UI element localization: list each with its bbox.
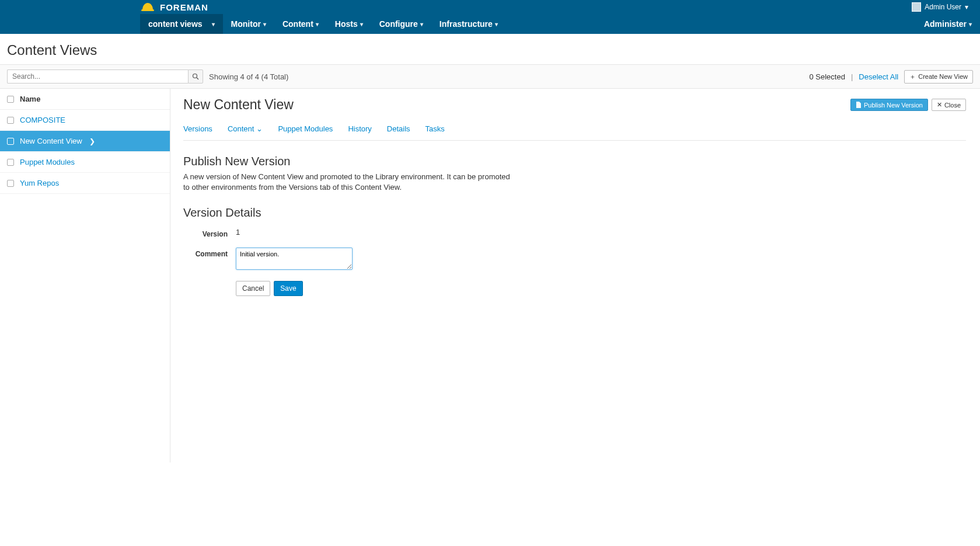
search-wrap — [7, 69, 203, 84]
sidebar-item-yum-repos[interactable]: Yum Repos — [0, 173, 170, 194]
close-button[interactable]: ✕ Close — [932, 99, 966, 111]
nav-label: Hosts — [335, 19, 358, 29]
nav-configure[interactable]: Configure▾ — [371, 14, 431, 34]
caret-down-icon: ▾ — [263, 21, 266, 27]
divider: | — [851, 72, 853, 81]
caret-down-icon: ▾ — [969, 21, 972, 27]
svg-line-2 — [197, 78, 198, 79]
cancel-button[interactable]: Cancel — [236, 281, 270, 296]
caret-down-icon: ▾ — [360, 21, 363, 27]
save-button[interactable]: Save — [274, 281, 302, 296]
publish-heading: Publish New Version — [183, 155, 966, 168]
sidebar-header: Name — [0, 89, 170, 110]
caret-down-icon: ▾ — [495, 21, 498, 27]
caret-down-icon: ▾ — [316, 21, 319, 27]
avatar-icon — [912, 2, 921, 12]
nav-label: Content — [283, 19, 313, 29]
tab-details[interactable]: Details — [387, 123, 410, 134]
tab-history[interactable]: History — [348, 123, 371, 134]
nav-content-views[interactable]: content views ▾ — [140, 14, 223, 34]
nav-label: Administer — [924, 19, 967, 29]
button-label: Publish New Version — [864, 102, 923, 109]
comment-label: Comment — [183, 248, 236, 258]
version-label: Version — [183, 228, 236, 238]
sidebar-item-new-content-view[interactable]: New Content View ❯ — [0, 131, 170, 152]
column-header: Name — [20, 95, 40, 103]
selected-count: 0 Selected — [809, 72, 845, 81]
nav-hosts[interactable]: Hosts▾ — [327, 14, 371, 34]
tab-label: Content — [228, 124, 254, 133]
button-label: Close — [944, 102, 961, 109]
create-new-view-button[interactable]: ＋ Create New View — [904, 70, 973, 84]
nav-label: Configure — [379, 19, 418, 29]
search-icon — [192, 73, 199, 80]
sidebar-item-puppet-modules[interactable]: Puppet Modules — [0, 152, 170, 173]
content-view-title: New Content View — [183, 97, 294, 113]
row-checkbox[interactable] — [7, 159, 14, 166]
svg-point-1 — [193, 74, 197, 78]
chevron-right-icon: ❯ — [89, 137, 95, 145]
version-details-heading: Version Details — [183, 206, 966, 220]
close-icon: ✕ — [937, 101, 942, 109]
row-label[interactable]: Yum Repos — [20, 179, 59, 187]
row-label[interactable]: Puppet Modules — [20, 158, 75, 166]
publish-description: A new version of New Content View and pr… — [183, 172, 510, 192]
caret-down-icon: ▾ — [965, 3, 968, 11]
row-checkbox[interactable] — [7, 117, 14, 124]
caret-down-icon: ▾ — [212, 21, 215, 27]
brand-text: FOREMAN — [160, 2, 208, 12]
nav-administer[interactable]: Administer▾ — [916, 14, 980, 34]
page-title: Content Views — [7, 42, 973, 58]
nav-infrastructure[interactable]: Infrastructure▾ — [431, 14, 506, 34]
row-checkbox[interactable] — [7, 180, 14, 187]
version-value: 1 — [236, 228, 240, 237]
hardhat-icon — [140, 1, 155, 13]
showing-text: Showing 4 of 4 (4 Total) — [209, 72, 288, 81]
row-checkbox[interactable] — [7, 138, 14, 145]
nav-monitor[interactable]: Monitor▾ — [223, 14, 274, 34]
sidebar-item-composite[interactable]: COMPOSITE — [0, 110, 170, 131]
comment-textarea[interactable]: Initial version. — [236, 248, 353, 270]
tab-puppet-modules[interactable]: Puppet Modules — [278, 123, 333, 134]
select-all-checkbox[interactable] — [7, 96, 14, 103]
svg-rect-0 — [141, 9, 154, 11]
search-input[interactable] — [7, 69, 188, 84]
nav-label: Infrastructure — [440, 19, 493, 29]
row-label[interactable]: New Content View — [20, 137, 82, 145]
tab-versions[interactable]: Versions — [183, 123, 212, 134]
tab-tasks[interactable]: Tasks — [426, 123, 445, 134]
user-menu[interactable]: Admin User ▾ — [912, 2, 968, 12]
caret-down-icon: ▾ — [420, 21, 423, 27]
nav-label: Monitor — [231, 19, 261, 29]
brand-logo-area: FOREMAN — [140, 1, 208, 13]
search-button[interactable] — [188, 69, 203, 84]
plus-icon: ＋ — [909, 72, 916, 81]
button-label: Create New View — [918, 73, 968, 80]
tab-content[interactable]: Content ⌄ — [228, 123, 263, 134]
publish-new-version-button[interactable]: Publish New Version — [850, 99, 928, 111]
nav-label: content views — [148, 19, 203, 29]
document-icon — [856, 102, 862, 108]
nav-content[interactable]: Content▾ — [274, 14, 327, 34]
chevron-down-icon: ⌄ — [256, 124, 263, 133]
deselect-all-link[interactable]: Deselect All — [859, 72, 898, 81]
user-label: Admin User — [925, 3, 961, 11]
row-label[interactable]: COMPOSITE — [20, 116, 65, 124]
